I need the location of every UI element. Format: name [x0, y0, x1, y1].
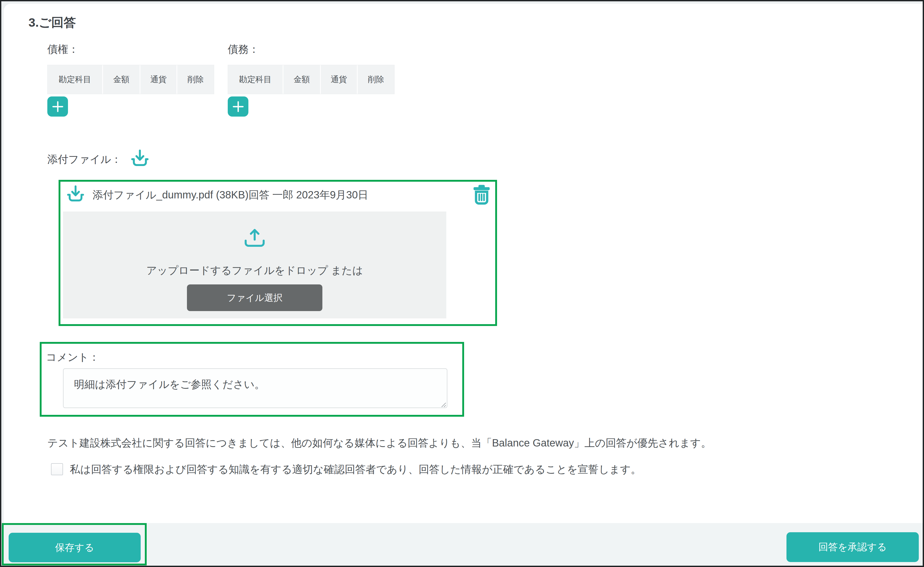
file-select-button[interactable]: ファイル選択 — [187, 284, 322, 311]
dropzone-hint-text: アップロードするファイルをドロップ または — [146, 263, 363, 278]
declaration-label[interactable]: 私は回答する権限および回答する知識を有する適切な確認回答者であり、回答した情報が… — [70, 462, 641, 477]
uploaded-file-name[interactable]: 添付ファイル_dummy.pdf (38KB)回答 一郎 2023年9月30日 — [93, 188, 368, 202]
receivables-header-account: 勘定科目 — [48, 65, 102, 94]
uploaded-file-row: 添付ファイル_dummy.pdf (38KB)回答 一郎 2023年9月30日 — [64, 183, 493, 207]
payables-table: 勘定科目 金額 通貨 削除 — [228, 65, 394, 94]
delete-file-icon[interactable] — [470, 183, 493, 206]
priority-notice-text: テスト建設株式会社に関する回答につきましては、他の如何なる媒体による回答よりも、… — [47, 436, 711, 450]
payables-label: 債務： — [228, 42, 259, 57]
file-dropzone[interactable]: アップロードするファイルをドロップ または ファイル選択 — [63, 212, 446, 318]
comment-label: コメント： — [46, 350, 99, 364]
save-button[interactable]: 保存する — [9, 533, 141, 562]
receivables-label: 債権： — [47, 42, 79, 57]
receivables-header-delete: 削除 — [177, 65, 214, 94]
payables-header-account: 勘定科目 — [228, 65, 283, 94]
add-receivable-row-button[interactable] — [47, 96, 68, 117]
download-file-icon[interactable] — [64, 183, 87, 206]
declaration-checkbox[interactable] — [51, 463, 63, 475]
comment-textarea[interactable] — [63, 368, 447, 408]
payables-header-amount: 金額 — [284, 65, 320, 94]
receivables-header-amount: 金額 — [103, 65, 140, 94]
attachments-label-row: 添付ファイル： — [47, 147, 152, 172]
plus-icon — [52, 100, 64, 112]
receivables-header-currency: 通貨 — [140, 65, 177, 94]
answer-form-page: 3.ご回答 債権： 勘定科目 金額 通貨 削除 債務： 勘定科目 金額 通貨 削… — [0, 0, 924, 567]
declaration-row: 私は回答する権限および回答する知識を有する適切な確認回答者であり、回答した情報が… — [51, 461, 641, 478]
attachments-label: 添付ファイル： — [47, 152, 122, 166]
approve-answer-button[interactable]: 回答を承認する — [786, 532, 919, 562]
textarea-resize-grip[interactable] — [440, 401, 446, 408]
receivables-table: 勘定科目 金額 通貨 削除 — [47, 65, 214, 94]
payables-header-currency: 通貨 — [321, 65, 357, 94]
payables-header-delete: 削除 — [358, 65, 394, 94]
section-title: 3.ご回答 — [28, 14, 76, 31]
plus-icon — [232, 100, 244, 112]
add-payable-row-button[interactable] — [228, 96, 248, 117]
download-all-icon[interactable] — [128, 148, 152, 171]
upload-icon — [242, 226, 267, 252]
